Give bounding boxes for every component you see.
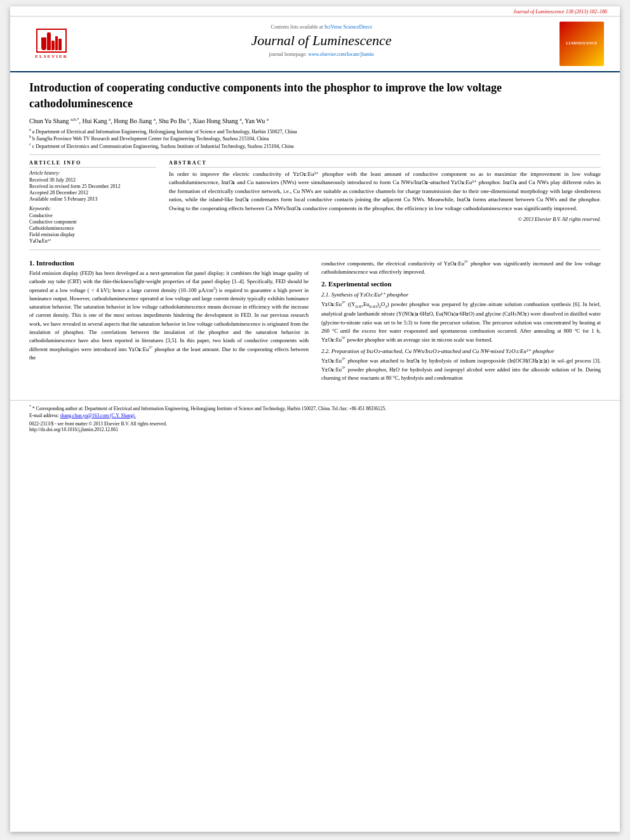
available-online: Available online 5 February 2013 <box>29 196 156 202</box>
article-history: Article history: Received 30 July 2012 R… <box>29 170 156 202</box>
subsection-2-2-title: 2.2. Preparation of In₂O₃-attached, Cu N… <box>321 348 601 354</box>
journal-logo-box: LUMINESCENCE <box>560 22 604 66</box>
history-label: Article history: <box>29 170 156 176</box>
page-footer: * * Corresponding author at: Department … <box>10 400 620 435</box>
footer-copyright: 0022-2313/$ - see front matter © 2013 El… <box>29 421 601 432</box>
body-col-right: conductive components, the electrical co… <box>321 259 601 386</box>
body-two-col: 1. Introduction Field emission display (… <box>29 259 601 386</box>
affiliation-c: c c Department of Electronics and Commun… <box>29 142 601 149</box>
abstract-col: ABSTRACT In order to improve the electri… <box>169 160 601 244</box>
email-link[interactable]: shang.chun.yu@163.com (C.Y. Shang). <box>60 413 136 418</box>
keywords-label: Keywords: <box>29 206 156 211</box>
copyright-line: © 2013 Elsevier B.V. All rights reserved… <box>169 217 601 222</box>
authors-line: Chun Yu Shang a,b,*, Hui Kang a, Hong Bo… <box>29 117 601 124</box>
affiliations: a a Department of Electrical and Informa… <box>29 128 601 149</box>
article-info-label: ARTICLE INFO <box>29 160 156 168</box>
homepage-link[interactable]: www.elsevier.com/locate/jlumin <box>308 51 373 57</box>
accepted-date: Accepted 28 December 2012 <box>29 190 156 196</box>
keyword-2: Conductive component <box>29 219 156 225</box>
affiliation-b: b b JiangSu Province Web TV Research and… <box>29 135 601 142</box>
divider-1 <box>29 154 601 155</box>
article-info-col: ARTICLE INFO Article history: Received 3… <box>29 160 156 244</box>
abstract-text: In order to improve the electric conduct… <box>169 170 601 213</box>
experimental-title: 2. Experimental section <box>321 280 601 288</box>
elsevier-text: ELSEVIER <box>35 54 67 59</box>
email-note: E-mail address: shang.chun.yu@163.com (C… <box>29 413 601 418</box>
body-content: 1. Introduction Field emission display (… <box>29 259 601 386</box>
journal-title-header: Journal of Luminescence <box>99 32 544 49</box>
intro-para-1: Field emission display (FED) has been de… <box>29 269 309 363</box>
abstract-label: ABSTRACT <box>169 160 601 168</box>
page: Journal of Luminescence 138 (2013) 182–1… <box>10 6 620 832</box>
sciverse-link: Contents lists available at SciVerse Sci… <box>99 24 544 30</box>
journal-citation: Journal of Luminescence 138 (2013) 182–1… <box>513 9 607 15</box>
header-area: ELSEVIER Contents lists available at Sci… <box>10 17 620 72</box>
header-right: LUMINESCENCE <box>556 22 607 66</box>
main-content: Introduction of cooperating conductive c… <box>10 72 620 394</box>
keyword-4: Field emission display <box>29 232 156 237</box>
corresponding-author-note: * * Corresponding author at: Department … <box>29 404 601 411</box>
subsection-2-2-text: Y₂O₃:Eu3+ phosphor was attached to In₂O₃… <box>321 356 601 382</box>
journal-homepage: journal homepage: www.elsevier.com/locat… <box>99 51 544 57</box>
intro-title: 1. Introduction <box>29 259 309 267</box>
keyword-3: Cathodoluminescence <box>29 225 156 231</box>
divider-2 <box>29 250 601 250</box>
intro-continued: conductive components, the electrical co… <box>321 259 601 276</box>
received-revised: Received in revised form 25 December 201… <box>29 183 156 189</box>
keyword-1: Conductive <box>29 213 156 218</box>
sciverse-anchor[interactable]: SciVerse ScienceDirect <box>325 24 372 30</box>
keyword-5: Y₂O₃:Eu³⁺ <box>29 238 156 244</box>
subsection-2-1-text: Y₂O₃:Eu3+ ((Y0.97Eu0.03)2O3) powder phos… <box>321 300 601 344</box>
header-center: Contents lists available at SciVerse Sci… <box>86 22 556 66</box>
affiliation-a: a a Department of Electrical and Informa… <box>29 128 601 135</box>
article-title: Introduction of cooperating conductive c… <box>29 80 601 112</box>
elsevier-logo-area: ELSEVIER <box>23 22 86 66</box>
keywords-section: Keywords: Conductive Conductive componen… <box>29 206 156 244</box>
received-date: Received 30 July 2012 <box>29 177 156 183</box>
body-col-left: 1. Introduction Field emission display (… <box>29 259 309 386</box>
info-abstract-area: ARTICLE INFO Article history: Received 3… <box>29 160 601 244</box>
subsection-2-1-title: 2.1. Synthesis of Y₂O₃:Eu³⁺ phosphor <box>321 291 601 298</box>
journal-top-bar: Journal of Luminescence 138 (2013) 182–1… <box>10 6 620 17</box>
